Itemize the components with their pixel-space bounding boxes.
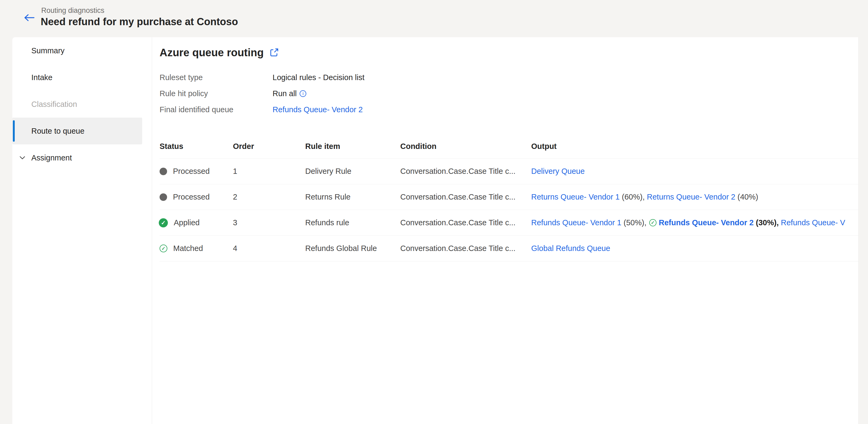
arrow-left-icon xyxy=(24,13,35,22)
detail-value: Refunds Queue- Vendor 2 xyxy=(273,105,363,114)
rule-item-cell: Delivery Rule xyxy=(305,167,400,176)
detail-value-text: Logical rules - Decision list xyxy=(273,73,364,82)
output-cell: Delivery Queue xyxy=(531,167,858,176)
final-queue-link[interactable]: Refunds Queue- Vendor 2 xyxy=(273,105,363,114)
column-header-condition: Condition xyxy=(400,142,531,151)
output-cell: Refunds Queue- Vendor 1 (50%), ✓Refunds … xyxy=(531,218,858,227)
order-cell: 1 xyxy=(233,167,305,176)
sidebar-item-summary[interactable]: Summary xyxy=(12,37,152,64)
table-body: Processed1Delivery RuleConversation.Case… xyxy=(160,158,858,262)
output-cell: Global Refunds Queue xyxy=(531,244,858,253)
output-percentage: (30%), xyxy=(754,218,781,227)
open-in-new-window-icon[interactable] xyxy=(269,48,279,58)
sidebar-item-label: Classification xyxy=(31,100,77,109)
status-cell: ✓Applied xyxy=(160,218,233,228)
rule-item-cell: Returns Rule xyxy=(305,192,400,202)
order-cell: 3 xyxy=(233,218,305,227)
status-label: Matched xyxy=(173,244,203,253)
status-cell: Processed xyxy=(160,167,233,176)
detail-row: Final identified queueRefunds Queue- Ven… xyxy=(160,101,858,118)
sidebar-item-route-to-queue[interactable]: Route to queue xyxy=(12,118,142,144)
detail-label: Rule hit policy xyxy=(160,89,273,98)
condition-cell: Conversation.Case.Case Title c... xyxy=(400,244,531,253)
order-cell: 2 xyxy=(233,192,305,202)
status-check-outline-icon: ✓ xyxy=(160,245,167,252)
output-queue-link[interactable]: Refunds Queue- Vendor 1 xyxy=(531,218,621,227)
detail-label: Final identified queue xyxy=(160,105,273,114)
rule-item-cell: Refunds Global Rule xyxy=(305,244,400,253)
detail-value: Logical rules - Decision list xyxy=(273,73,364,82)
sidebar-item-label: Assignment xyxy=(31,153,72,162)
column-header-status: Status xyxy=(160,142,233,151)
condition-cell: Conversation.Case.Case Title c... xyxy=(400,192,531,202)
ruleset-details: Ruleset typeLogical rules - Decision lis… xyxy=(160,69,858,118)
output-queue-link[interactable]: Delivery Queue xyxy=(531,167,585,176)
sidebar-item-label: Intake xyxy=(31,73,53,82)
output-queue-link[interactable]: Global Refunds Queue xyxy=(531,244,610,253)
sidebar-item-assignment[interactable]: Assignment xyxy=(12,144,152,171)
diagnostics-sidebar: SummaryIntakeClassificationRoute to queu… xyxy=(12,37,152,424)
status-check-filled-icon: ✓ xyxy=(159,218,168,228)
status-cell: Processed xyxy=(160,192,233,202)
detail-value-text: Run all xyxy=(273,89,297,98)
status-dot-gray-icon xyxy=(160,193,167,201)
column-header-order: Order xyxy=(233,142,305,151)
table-row: ✓Applied3Refunds ruleConversation.Case.C… xyxy=(160,210,858,236)
check-circle-outline-icon: ✓ xyxy=(649,219,656,226)
output-percentage: (40%) xyxy=(736,192,758,202)
table-row: Processed1Delivery RuleConversation.Case… xyxy=(160,158,858,184)
sidebar-item-label: Summary xyxy=(31,46,64,55)
detail-row: Ruleset typeLogical rules - Decision lis… xyxy=(160,69,858,86)
chevron-down-icon xyxy=(19,154,26,161)
output-queue-link-selected[interactable]: Refunds Queue- Vendor 2 xyxy=(659,218,754,227)
table-row: Processed2Returns RuleConversation.Case.… xyxy=(160,184,858,210)
condition-cell: Conversation.Case.Case Title c... xyxy=(400,218,531,227)
page-header: Routing diagnostics Need refund for my p… xyxy=(0,0,868,37)
status-dot-gray-icon xyxy=(160,168,167,175)
page-title: Need refund for my purchase at Contoso xyxy=(41,16,238,28)
detail-row: Rule hit policyRun alli xyxy=(160,86,858,101)
status-label: Processed xyxy=(173,167,210,176)
rules-table: StatusOrderRule itemConditionOutput Proc… xyxy=(160,134,858,262)
output-queue-link[interactable]: Returns Queue- Vendor 1 xyxy=(531,192,620,202)
section-title: Azure queue routing xyxy=(160,47,264,59)
output-cell: Returns Queue- Vendor 1 (60%), Returns Q… xyxy=(531,192,858,202)
output-percentage: (50%), xyxy=(621,218,649,227)
status-label: Applied xyxy=(174,218,200,227)
column-header-output: Output xyxy=(531,142,858,151)
back-button[interactable] xyxy=(22,10,37,26)
status-label: Processed xyxy=(173,192,210,202)
output-percentage: (60%), xyxy=(620,192,647,202)
routing-detail-panel: Azure queue routing Ruleset typeLogical … xyxy=(152,37,859,424)
section-title-row: Azure queue routing xyxy=(160,45,858,60)
sidebar-item-intake[interactable]: Intake xyxy=(12,64,152,91)
sidebar-item-label: Route to queue xyxy=(31,127,84,135)
column-header-rule-item: Rule item xyxy=(305,142,400,151)
detail-label: Ruleset type xyxy=(160,73,273,82)
breadcrumb: Routing diagnostics xyxy=(41,6,104,15)
condition-cell: Conversation.Case.Case Title c... xyxy=(400,167,531,176)
status-cell: ✓Matched xyxy=(160,244,233,253)
detail-value: Run alli xyxy=(273,89,306,98)
output-queue-link[interactable]: Returns Queue- Vendor 2 xyxy=(647,192,735,202)
rule-item-cell: Refunds rule xyxy=(305,218,400,227)
order-cell: 4 xyxy=(233,244,305,253)
sidebar-item-classification: Classification xyxy=(12,91,152,118)
info-icon[interactable]: i xyxy=(300,90,306,97)
table-header-row: StatusOrderRule itemConditionOutput xyxy=(160,134,858,158)
output-queue-link[interactable]: Refunds Queue- V xyxy=(781,218,845,227)
table-row: ✓Matched4Refunds Global RuleConversation… xyxy=(160,236,858,262)
